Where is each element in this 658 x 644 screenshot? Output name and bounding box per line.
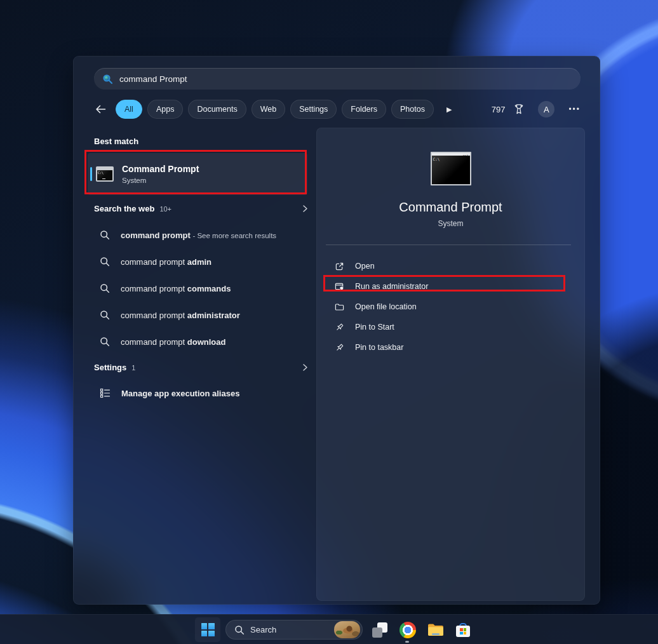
tab-label: Apps bbox=[156, 105, 175, 114]
tab-label: Documents bbox=[197, 105, 237, 114]
suggestion-admin[interactable]: command prompt admin bbox=[94, 248, 318, 275]
suggestion-commands[interactable]: command prompt commands bbox=[94, 275, 318, 302]
suggestion-download[interactable]: command prompt download bbox=[94, 328, 318, 355]
magnifier-icon bbox=[100, 257, 110, 267]
command-prompt-icon: C:\ bbox=[96, 166, 114, 182]
web-suggestions: command prompt - See more search results… bbox=[94, 222, 318, 355]
action-label: Open bbox=[355, 262, 375, 271]
action-pin-to-taskbar[interactable]: Pin to taskbar bbox=[317, 337, 584, 358]
search-icon bbox=[234, 625, 245, 635]
magnifier-icon bbox=[100, 283, 110, 293]
pushpin-icon bbox=[335, 323, 344, 332]
search-the-web-header[interactable]: Search the web 10+ bbox=[94, 204, 318, 213]
tab-apps[interactable]: Apps bbox=[147, 100, 184, 119]
taskbar-search[interactable]: Search bbox=[225, 620, 363, 640]
suggestion-see-more[interactable]: command prompt - See more search results bbox=[94, 222, 318, 248]
best-match-item[interactable]: C:\ Command Prompt System bbox=[88, 153, 307, 195]
options-button[interactable]: ••• bbox=[568, 105, 582, 114]
chrome-icon bbox=[399, 622, 416, 638]
suggestion-text: command prompt commands bbox=[121, 284, 231, 293]
preview-app-category: System bbox=[317, 219, 584, 228]
task-view-button[interactable] bbox=[370, 621, 389, 640]
chevron-right-icon bbox=[301, 363, 309, 372]
rewards-button[interactable] bbox=[514, 104, 524, 115]
context-actions: Open Run as administrator Open file loca… bbox=[317, 256, 584, 358]
cmd-prompt-text: C:\ bbox=[98, 171, 104, 175]
suggestion-text: command prompt admin bbox=[121, 257, 211, 267]
app-category: System bbox=[122, 177, 199, 184]
suggestion-text: command prompt administrator bbox=[121, 311, 240, 320]
tab-label: All bbox=[124, 105, 133, 114]
pushpin-icon bbox=[335, 343, 344, 352]
action-label: Open file location bbox=[355, 302, 417, 311]
section-title: Search the web bbox=[94, 204, 154, 213]
more-filters-button[interactable]: ▶ bbox=[446, 105, 452, 114]
tab-photos[interactable]: Photos bbox=[391, 100, 434, 119]
checklist-icon bbox=[100, 388, 111, 398]
action-open[interactable]: Open bbox=[317, 256, 584, 276]
task-view-icon bbox=[372, 622, 387, 638]
back-button[interactable] bbox=[93, 102, 107, 116]
filter-tabs-row: All Apps Documents Web Settings Folders … bbox=[93, 99, 582, 119]
tab-folders[interactable]: Folders bbox=[342, 100, 386, 119]
selection-accent-bar bbox=[90, 167, 92, 181]
best-match-title: Best match bbox=[94, 137, 138, 146]
tab-label: Settings bbox=[299, 105, 328, 114]
action-run-as-administrator[interactable]: Run as administrator bbox=[317, 276, 584, 297]
avatar-letter: A bbox=[544, 105, 549, 114]
running-indicator bbox=[405, 641, 409, 643]
microsoft-store-icon bbox=[455, 622, 471, 638]
best-match-text: Command Prompt System bbox=[122, 164, 199, 184]
tab-settings[interactable]: Settings bbox=[290, 100, 337, 119]
settings-item-label: Manage app execution aliases bbox=[121, 389, 239, 398]
command-prompt-icon-large: ▪▪✕ C:\ bbox=[431, 152, 471, 185]
cmd-prompt-text: C:\ bbox=[433, 157, 440, 161]
suggestion-administrator[interactable]: command prompt administrator bbox=[94, 302, 318, 328]
start-button[interactable] bbox=[195, 617, 220, 642]
magnifier-icon bbox=[100, 230, 110, 240]
manage-app-execution-aliases[interactable]: Manage app execution aliases bbox=[94, 383, 318, 403]
section-count: 1 bbox=[131, 364, 135, 372]
chevron-right-icon bbox=[301, 205, 309, 213]
windows-search-flyout: command Prompt All Apps Documents Web Se… bbox=[73, 56, 600, 605]
taskbar: Search bbox=[0, 614, 658, 644]
magnifier-icon bbox=[100, 337, 110, 347]
tab-all[interactable]: All bbox=[116, 100, 142, 119]
microsoft-store-button[interactable] bbox=[453, 621, 473, 640]
preview-pane: ▪▪✕ C:\ Command Prompt System Open Run a… bbox=[316, 128, 585, 601]
taskbar-search-label: Search bbox=[250, 625, 328, 634]
divider bbox=[326, 245, 571, 245]
file-explorer-icon bbox=[427, 623, 444, 637]
suggestion-text: command prompt download bbox=[121, 337, 225, 347]
rewards-points: 797 bbox=[492, 105, 506, 114]
folder-outline-icon bbox=[335, 302, 344, 312]
tab-label: Folders bbox=[351, 105, 377, 114]
settings-section-header[interactable]: Settings 1 bbox=[94, 363, 318, 372]
app-name: Command Prompt bbox=[122, 164, 199, 174]
windows-logo-icon bbox=[201, 623, 215, 636]
search-query-text: command Prompt bbox=[119, 74, 187, 84]
bing-daily-image[interactable] bbox=[334, 621, 360, 638]
search-input[interactable]: command Prompt bbox=[94, 68, 581, 90]
arrow-left-icon bbox=[94, 104, 106, 115]
tab-web[interactable]: Web bbox=[252, 100, 285, 119]
action-label: Pin to Start bbox=[355, 323, 394, 332]
play-icon: ▶ bbox=[446, 105, 452, 113]
open-external-icon bbox=[335, 262, 344, 271]
ellipsis-icon: ••• bbox=[568, 105, 581, 114]
file-explorer-button[interactable] bbox=[426, 621, 445, 640]
action-label: Pin to taskbar bbox=[355, 343, 403, 352]
magnifier-icon bbox=[100, 310, 110, 320]
chrome-button[interactable] bbox=[398, 621, 417, 640]
action-open-file-location[interactable]: Open file location bbox=[317, 297, 584, 317]
preview-app-name: Command Prompt bbox=[317, 200, 584, 215]
section-count: 10+ bbox=[159, 205, 171, 213]
tab-label: Web bbox=[260, 105, 276, 114]
avatar[interactable]: A bbox=[538, 101, 554, 117]
action-pin-to-start[interactable]: Pin to Start bbox=[317, 317, 584, 337]
tab-label: Photos bbox=[400, 105, 425, 114]
suggestion-text: command prompt - See more search results bbox=[121, 231, 276, 240]
action-label: Run as administrator bbox=[355, 282, 428, 291]
tab-documents[interactable]: Documents bbox=[188, 100, 246, 119]
section-title: Settings bbox=[94, 363, 126, 372]
